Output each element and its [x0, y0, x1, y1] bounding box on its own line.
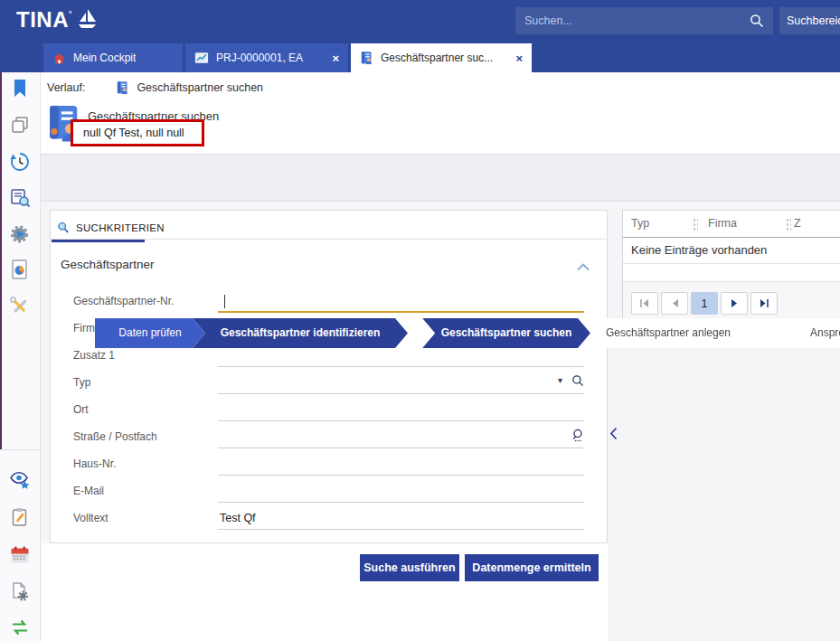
- form-row: Volltext Test Qf: [73, 505, 584, 531]
- sidebar: [0, 72, 41, 641]
- step-daten-pruefen[interactable]: Daten prüfen: [95, 318, 205, 348]
- tab-label: Geschäftspartner suc...: [381, 52, 493, 64]
- suche-ausfuehren-button[interactable]: Suche ausführen: [360, 554, 459, 581]
- sidebar-item-search-list[interactable]: [9, 187, 31, 209]
- form-row: Haus-Nr.: [73, 451, 584, 476]
- typ-input[interactable]: [218, 370, 584, 394]
- history-icon: [9, 151, 31, 173]
- column-header-z[interactable]: Z: [794, 217, 801, 230]
- sidebar-item-report[interactable]: [9, 259, 31, 280]
- tab-prj-0000001[interactable]: PRJ-0000001, EA ×: [185, 43, 348, 72]
- notes-icon: [9, 506, 31, 528]
- calendar-icon: [9, 544, 31, 566]
- chevron-down-icon[interactable]: ▾: [558, 376, 562, 385]
- geschaeftspartner-nr-input[interactable]: [218, 288, 584, 313]
- form-row: E-Mail: [73, 478, 584, 504]
- previous-page-button[interactable]: [661, 292, 688, 315]
- business-partner-icon: [116, 80, 129, 95]
- strasse-postfach-input[interactable]: [218, 424, 584, 448]
- next-page-icon: [731, 298, 739, 308]
- haus-nr-input[interactable]: [218, 451, 584, 476]
- bookmark-icon: [9, 78, 31, 99]
- annotation-text: null Qf Test, null null: [83, 127, 184, 139]
- breadcrumb-item[interactable]: Geschäftspartner suchen: [137, 81, 263, 94]
- tab-suchkriterien-label: SUCHKRITERIEN: [76, 222, 165, 233]
- process-step-strip: Daten prüfen Geschäftspartner identifizi…: [41, 154, 840, 202]
- form-row: Ort: [73, 397, 584, 422]
- search-criteria-panel: SUCHKRITERIEN Geschäftspartner Geschäfts…: [50, 210, 608, 543]
- sidebar-divider: [0, 449, 41, 450]
- email-input[interactable]: [218, 478, 584, 503]
- field-label: Haus-Nr.: [73, 457, 116, 470]
- ort-input[interactable]: [218, 397, 584, 421]
- sidebar-item-calendar[interactable]: [9, 544, 31, 566]
- pagination: 1: [623, 282, 840, 322]
- search-icon: [57, 222, 70, 234]
- sidebar-item-watchlist[interactable]: [9, 469, 31, 491]
- sidebar-item-tools[interactable]: [9, 296, 31, 317]
- process-steps: Daten prüfen Geschäftspartner identifizi…: [95, 318, 840, 348]
- field-label: Geschäftspartner-Nr.: [73, 295, 174, 307]
- step-geschaeftspartner-anlegen[interactable]: Geschäftspartner anlegen: [578, 318, 759, 348]
- current-page-button[interactable]: 1: [691, 292, 718, 315]
- watchlist-icon: [9, 469, 31, 491]
- global-search: [515, 7, 773, 34]
- section-geschaeftspartner[interactable]: Geschäftspartner: [61, 258, 597, 278]
- column-header-typ[interactable]: Typ: [631, 217, 649, 230]
- column-header-firma[interactable]: Firma: [708, 217, 737, 230]
- field-label: Volltext: [73, 512, 109, 524]
- step-geschaeftspartner-suchen[interactable]: Geschäftspartner suchen: [422, 318, 590, 348]
- first-page-button[interactable]: [631, 292, 658, 315]
- field-label: Ort: [73, 403, 89, 416]
- report-icon: [9, 259, 31, 280]
- sidebar-item-bookmarks[interactable]: [9, 78, 31, 99]
- pages-icon: [9, 115, 31, 137]
- tab-geschaeftspartner-suchen[interactable]: Geschäftspartner suc... ×: [351, 43, 532, 72]
- breadcrumb: Verlauf: Geschäftspartner suchen: [47, 80, 263, 95]
- app-header: TINA° Suchbereich: [0, 0, 840, 43]
- sidebar-item-history[interactable]: [9, 151, 31, 173]
- sidebar-item-pages[interactable]: [9, 115, 31, 137]
- close-icon[interactable]: ×: [321, 52, 339, 65]
- volltext-input[interactable]: Test Qf: [218, 505, 584, 530]
- step-geschaeftspartner-identifizieren[interactable]: Geschäftspartner identifizieren: [193, 318, 408, 348]
- column-resize-handle[interactable]: [693, 218, 698, 231]
- form-row: Straße / Postfach: [73, 424, 584, 449]
- results-table-header: Typ Firma Z: [623, 211, 840, 238]
- address-search-icon[interactable]: [571, 429, 584, 442]
- column-resize-handle[interactable]: [786, 218, 791, 231]
- search-input[interactable]: [515, 14, 750, 27]
- sidebar-item-document-settings[interactable]: [9, 580, 31, 602]
- last-page-icon: [759, 298, 769, 308]
- chevron-up-icon[interactable]: [577, 260, 590, 274]
- collapse-panel-button[interactable]: [609, 427, 618, 444]
- chevron-left-icon: [609, 427, 618, 440]
- sidebar-item-process[interactable]: [9, 223, 31, 245]
- results-panel: Typ Firma Z Keine Einträge vorhanden 1: [622, 210, 840, 323]
- chart-icon: [194, 52, 209, 64]
- tab-row-border: [51, 239, 607, 240]
- annotation-highlight-box: null Qf Test, null null: [71, 119, 204, 146]
- field-label: Straße / Postfach: [73, 430, 157, 443]
- document-settings-icon: [9, 580, 31, 602]
- tab-mein-cockpit[interactable]: Mein Cockpit: [43, 43, 183, 72]
- datenmenge-ermitteln-button[interactable]: Datenmenge ermitteln: [465, 554, 599, 581]
- search-icon[interactable]: [750, 14, 764, 28]
- previous-page-icon: [671, 298, 679, 308]
- close-icon[interactable]: ×: [505, 52, 523, 65]
- search-scope-label: Suchbereich: [787, 14, 840, 27]
- field-label: Typ: [73, 376, 90, 389]
- text-cursor: [224, 295, 225, 308]
- value-help-search-icon[interactable]: [571, 374, 584, 387]
- last-page-button[interactable]: [750, 292, 778, 315]
- field-label: E-Mail: [73, 485, 104, 497]
- process-icon: [9, 223, 31, 245]
- field-label: Zusatz 1: [73, 349, 115, 362]
- sailboat-icon: [76, 8, 98, 32]
- tab-suchkriterien[interactable]: SUCHKRITERIEN: [52, 216, 175, 240]
- sidebar-item-sync[interactable]: [9, 617, 31, 638]
- sidebar-item-notes[interactable]: [9, 506, 31, 528]
- next-page-button[interactable]: [721, 292, 748, 315]
- search-scope-button[interactable]: Suchbereich: [779, 7, 840, 34]
- app-logo: TINA°: [16, 7, 98, 33]
